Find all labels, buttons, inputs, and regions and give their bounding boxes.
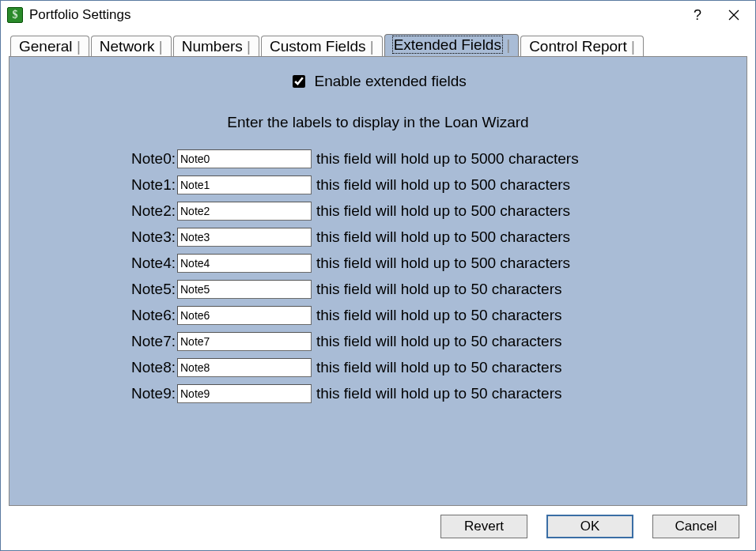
note4-label: Note4: [123,255,176,272]
note2-row: Note2: this field will hold up to 500 ch… [123,198,633,224]
note3-hint: this field will hold up to 500 character… [316,228,633,246]
tab-network[interactable]: Network | [91,36,172,57]
tab-control-report[interactable]: Control Report | [520,36,644,57]
note3-input[interactable] [177,228,312,247]
note3-label: Note3: [123,228,176,246]
fields-list: Note0: this field will hold up to 5000 c… [9,145,747,406]
enable-extended-fields-label[interactable]: Enable extended fields [289,73,467,89]
note5-row: Note5: this field will hold up to 50 cha… [123,276,633,302]
instructions-text: Enter the labels to display in the Loan … [9,114,747,131]
note5-hint: this field will hold up to 50 characters [316,281,633,298]
note9-row: Note9: this field will hold up to 50 cha… [123,380,633,406]
note8-row: Note8: this field will hold up to 50 cha… [123,354,633,380]
note0-label: Note0: [123,150,176,168]
note4-hint: this field will hold up to 500 character… [316,255,633,272]
portfolio-settings-window: $ Portfolio Settings ? General | Network… [0,0,756,551]
enable-extended-fields-text: Enable extended fields [315,73,467,89]
note6-input[interactable] [177,306,312,325]
note0-input[interactable] [177,149,312,168]
note6-label: Note6: [123,307,176,324]
note1-input[interactable] [177,175,312,194]
tab-extended-fields[interactable]: Extended Fields | [384,34,519,57]
tab-general[interactable]: General | [10,36,89,57]
note7-hint: this field will hold up to 50 characters [316,333,633,350]
note4-input[interactable] [177,254,312,273]
client-area: General | Network | Numbers | Custom Fie… [1,29,755,550]
note3-row: Note3: this field will hold up to 500 ch… [123,224,633,250]
note8-input[interactable] [177,358,312,377]
ok-button[interactable]: OK [546,515,633,538]
note2-hint: this field will hold up to 500 character… [316,202,633,220]
tabstrip: General | Network | Numbers | Custom Fie… [9,34,747,57]
dollar-icon: $ [13,9,18,21]
note1-label: Note1: [123,176,176,194]
window-title: Portfolio Settings [29,7,131,23]
note7-input[interactable] [177,332,312,351]
tab-numbers[interactable]: Numbers | [173,36,259,57]
help-button[interactable]: ? [679,3,716,27]
note0-row: Note0: this field will hold up to 5000 c… [123,145,633,172]
note5-input[interactable] [177,280,312,299]
note9-input[interactable] [177,384,312,403]
note8-hint: this field will hold up to 50 characters [316,359,633,376]
enable-extended-fields-checkbox[interactable] [293,75,305,88]
note1-hint: this field will hold up to 500 character… [316,176,633,194]
extended-fields-panel: Enable extended fields Enter the labels … [9,56,747,506]
note9-hint: this field will hold up to 50 characters [316,385,633,402]
note1-row: Note1: this field will hold up to 500 ch… [123,172,633,198]
close-icon [728,9,739,21]
revert-button[interactable]: Revert [440,515,527,538]
note2-label: Note2: [123,202,176,220]
close-button[interactable] [716,3,752,27]
note6-hint: this field will hold up to 50 characters [316,307,633,324]
note8-label: Note8: [123,359,176,376]
note7-label: Note7: [123,333,176,350]
note9-label: Note9: [123,385,176,402]
note4-row: Note4: this field will hold up to 500 ch… [123,250,633,276]
app-icon: $ [7,7,23,23]
note6-row: Note6: this field will hold up to 50 cha… [123,302,633,328]
cancel-button[interactable]: Cancel [652,515,739,538]
note0-hint: this field will hold up to 5000 characte… [316,150,633,168]
titlebar: $ Portfolio Settings ? [1,1,755,29]
note5-label: Note5: [123,281,176,298]
tab-custom-fields[interactable]: Custom Fields | [261,36,383,57]
note7-row: Note7: this field will hold up to 50 cha… [123,328,633,354]
note2-input[interactable] [177,202,312,221]
button-bar: Revert OK Cancel [9,506,747,542]
